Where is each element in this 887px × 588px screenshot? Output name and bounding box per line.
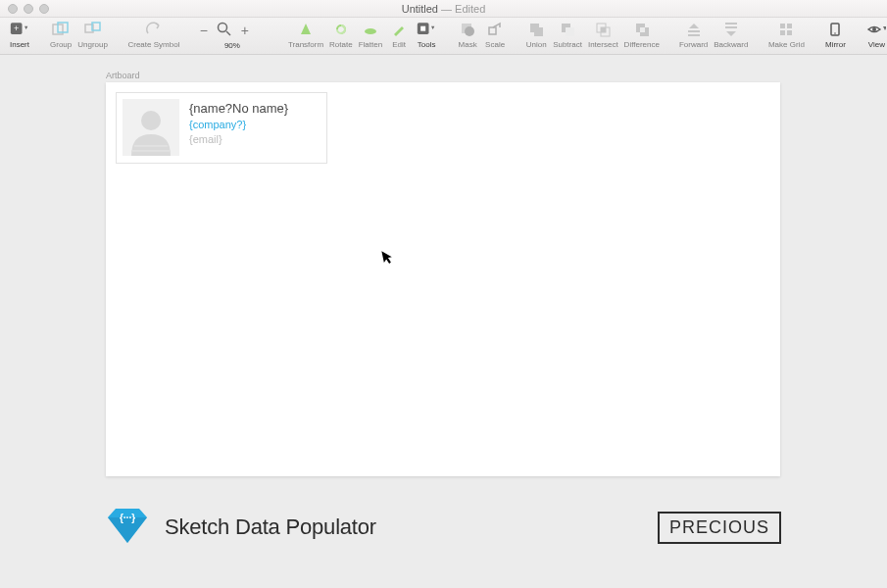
svg-line-7 [226, 31, 230, 35]
svg-rect-29 [787, 24, 792, 28]
union-button[interactable]: Union [522, 20, 550, 49]
mask-button[interactable]: Mask [454, 20, 481, 49]
subtract-icon [558, 20, 577, 39]
rotate-label: Rotate [329, 40, 353, 49]
window-status: Edited [455, 3, 485, 15]
svg-rect-13 [489, 27, 496, 34]
svg-text:+: + [14, 24, 19, 33]
svg-rect-27 [725, 26, 737, 28]
backward-icon [721, 20, 741, 39]
svg-point-8 [365, 28, 376, 34]
transform-button[interactable]: Transform [285, 20, 326, 49]
forward-label: Forward [679, 40, 708, 49]
insert-icon: + [10, 20, 29, 39]
sketch-populator-logo-icon: {···} [106, 506, 149, 549]
toolbar: + Insert Group Ungroup Create Symbol [0, 18, 887, 55]
footer: {···} Sketch Data Populator PRECIOUS [106, 506, 781, 549]
scale-button[interactable]: Scale [481, 20, 509, 49]
group-label: Group [50, 40, 72, 49]
difference-button[interactable]: Difference [621, 20, 663, 49]
make-grid-icon [776, 20, 796, 39]
flatten-label: Flatten [359, 40, 382, 49]
window-title: Untitled — Edited [0, 3, 887, 15]
make-grid-button[interactable]: Make Grid [764, 20, 808, 49]
flatten-button[interactable]: Flatten [356, 20, 385, 49]
union-icon [526, 20, 546, 39]
insert-button[interactable]: + Insert [6, 20, 33, 49]
svg-point-12 [465, 26, 474, 36]
subtract-button[interactable]: Subtract [550, 20, 585, 49]
view-icon [866, 20, 886, 39]
svg-point-6 [218, 24, 226, 32]
svg-point-33 [835, 32, 837, 34]
cursor-icon [380, 248, 396, 269]
artboard[interactable]: {name?No name} {company?} {email} [106, 82, 780, 476]
difference-label: Difference [624, 40, 660, 49]
forward-icon [684, 20, 704, 39]
view-button[interactable]: View [862, 20, 887, 49]
contact-card[interactable]: {name?No name} {company?} {email} [116, 92, 327, 164]
create-symbol-icon [144, 20, 164, 39]
group-icon [51, 20, 71, 39]
intersect-icon [593, 20, 613, 39]
card-name-placeholder: {name?No name} [189, 101, 288, 116]
difference-icon [632, 20, 652, 39]
make-grid-label: Make Grid [768, 40, 805, 49]
svg-rect-26 [725, 23, 737, 24]
transform-label: Transform [288, 40, 323, 49]
svg-text:{···}: {···} [120, 513, 135, 523]
union-label: Union [526, 40, 547, 49]
artboard-label[interactable]: Artboard [106, 71, 140, 80]
tools-label: Tools [418, 40, 436, 49]
svg-rect-30 [780, 30, 785, 35]
rotate-button[interactable]: Rotate [326, 20, 356, 49]
zoom-in-button[interactable]: + [238, 21, 252, 40]
ungroup-label: Ungroup [77, 40, 108, 49]
insert-label: Insert [10, 40, 29, 49]
zoom-out-button[interactable]: − [197, 21, 211, 40]
view-label: View [868, 40, 885, 49]
mirror-button[interactable]: Mirror [821, 20, 849, 49]
mask-label: Mask [459, 40, 477, 49]
canvas[interactable]: Artboard {name?No name} {company?} {emai… [0, 55, 887, 588]
intersect-button[interactable]: Intersect [585, 20, 621, 49]
svg-rect-17 [566, 27, 574, 36]
svg-rect-31 [787, 30, 792, 35]
svg-rect-25 [688, 34, 700, 36]
scale-label: Scale [485, 40, 505, 49]
svg-rect-15 [534, 27, 543, 36]
transform-icon [296, 20, 316, 39]
rotate-icon [331, 20, 351, 39]
backward-button[interactable]: Backward [711, 20, 751, 49]
mask-icon [458, 20, 477, 39]
mirror-label: Mirror [825, 40, 846, 49]
intersect-label: Intersect [588, 40, 618, 49]
svg-rect-28 [780, 24, 785, 28]
edit-button[interactable]: Edit [385, 20, 413, 49]
window-title-text: Untitled [402, 3, 438, 15]
subtract-label: Subtract [553, 40, 582, 49]
mirror-icon [825, 20, 845, 39]
svg-rect-20 [601, 27, 606, 32]
avatar-placeholder [123, 99, 179, 156]
svg-rect-23 [640, 27, 645, 32]
precious-brand: PRECIOUS [658, 512, 781, 544]
footer-title: Sketch Data Populator [165, 514, 376, 540]
zoom-level: 90% [224, 41, 240, 50]
tools-icon [417, 20, 436, 39]
create-symbol-button[interactable]: Create Symbol [124, 20, 183, 49]
ungroup-button[interactable]: Ungroup [74, 20, 111, 49]
create-symbol-label: Create Symbol [127, 40, 179, 49]
card-email-placeholder: {email} [189, 133, 288, 145]
backward-label: Backward [714, 40, 748, 49]
flatten-icon [361, 20, 380, 39]
svg-point-35 [141, 111, 161, 130]
group-button[interactable]: Group [47, 20, 74, 49]
tools-button[interactable]: Tools [413, 20, 440, 49]
card-company-placeholder: {company?} [189, 119, 288, 130]
forward-button[interactable]: Forward [676, 20, 711, 49]
scale-icon [485, 20, 505, 39]
window-status-separator: — [441, 3, 455, 15]
ungroup-icon [83, 20, 103, 39]
zoom-icon[interactable] [215, 20, 234, 39]
